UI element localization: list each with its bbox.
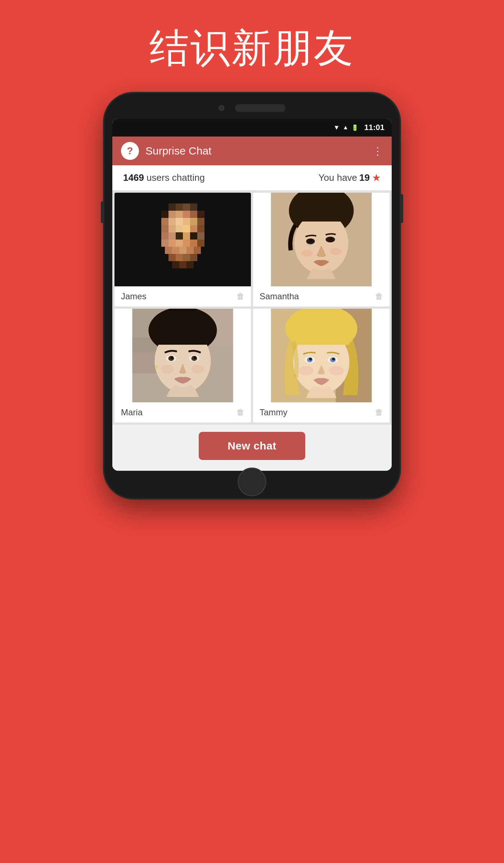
- svg-rect-45: [179, 261, 186, 268]
- svg-rect-28: [197, 232, 204, 240]
- chat-photo-james: [114, 193, 251, 286]
- svg-point-72: [192, 365, 204, 374]
- svg-point-73: [155, 365, 159, 369]
- maria-avatar: [114, 309, 251, 402]
- svg-rect-13: [176, 218, 183, 225]
- chat-name-tammy: Tammy: [260, 407, 287, 417]
- svg-rect-37: [179, 247, 186, 254]
- status-icons: ▼ ▲ 🔋: [333, 124, 359, 131]
- svg-point-85: [329, 366, 344, 375]
- svg-rect-24: [168, 232, 176, 240]
- delete-james-button[interactable]: 🗑: [237, 292, 244, 301]
- chat-name-james: James: [121, 291, 147, 301]
- svg-rect-7: [176, 211, 183, 218]
- pixelated-avatar: [114, 193, 251, 286]
- overflow-menu-button[interactable]: ⋮: [373, 145, 383, 157]
- svg-point-82: [309, 358, 312, 361]
- bottom-bar: New chat: [112, 425, 392, 471]
- app-icon: ?: [121, 142, 139, 160]
- app-title: Surprise Chat: [145, 145, 366, 157]
- delete-samantha-button[interactable]: 🗑: [375, 292, 383, 301]
- svg-rect-26: [183, 232, 190, 240]
- svg-rect-8: [183, 211, 190, 218]
- users-label: users chatting: [144, 172, 205, 183]
- svg-rect-14: [183, 218, 190, 225]
- users-number: 1469: [123, 172, 144, 183]
- chat-card-samantha[interactable]: Samantha 🗑: [253, 193, 390, 307]
- phone-top-bezel: [112, 104, 392, 112]
- svg-rect-17: [161, 225, 168, 232]
- svg-rect-38: [186, 247, 194, 254]
- side-button-right: [400, 194, 403, 223]
- chat-photo-samantha: [253, 193, 390, 286]
- chat-card-tammy[interactable]: Tammy 🗑: [253, 309, 390, 422]
- delete-tammy-button[interactable]: 🗑: [375, 408, 383, 417]
- chat-card-james[interactable]: James 🗑: [114, 193, 251, 307]
- home-button[interactable]: [238, 468, 266, 496]
- side-button-left: [101, 201, 104, 223]
- svg-point-69: [171, 356, 174, 359]
- svg-point-83: [332, 358, 335, 361]
- chat-grid: James 🗑: [112, 191, 392, 425]
- status-time: 11:01: [364, 123, 384, 132]
- stars-prefix: You have: [319, 172, 357, 183]
- app-bar: ? Surprise Chat ⋮: [112, 137, 392, 165]
- wifi-icon: ▼: [333, 124, 340, 131]
- tammy-avatar: [253, 309, 390, 402]
- svg-point-57: [330, 248, 342, 255]
- chat-card-maria[interactable]: Maria 🗑: [114, 309, 251, 422]
- phone-shell: ▼ ▲ 🔋 11:01 ? Surprise Chat ⋮ 1469 users…: [104, 93, 400, 498]
- svg-point-84: [299, 366, 314, 375]
- users-chatting-count: 1469 users chatting: [123, 172, 205, 183]
- chat-name-row-tammy: Tammy 🗑: [253, 402, 390, 422]
- svg-rect-21: [190, 225, 197, 232]
- battery-icon: 🔋: [351, 124, 359, 131]
- svg-point-55: [330, 237, 333, 240]
- svg-rect-36: [172, 247, 179, 254]
- chat-name-samantha: Samantha: [260, 291, 299, 301]
- svg-rect-9: [190, 211, 197, 218]
- chat-name-maria: Maria: [121, 407, 143, 417]
- svg-rect-10: [197, 211, 204, 218]
- stars-number: 19: [359, 172, 370, 183]
- status-bar: ▼ ▲ 🔋 11:01: [112, 119, 392, 137]
- svg-rect-16: [197, 218, 204, 225]
- svg-rect-18: [168, 225, 176, 232]
- svg-point-71: [161, 365, 174, 374]
- svg-rect-25: [176, 232, 183, 240]
- svg-rect-33: [190, 240, 197, 247]
- delete-maria-button[interactable]: 🗑: [237, 408, 244, 417]
- svg-rect-31: [176, 240, 183, 247]
- svg-rect-5: [161, 211, 168, 218]
- new-chat-button[interactable]: New chat: [199, 432, 305, 460]
- svg-rect-46: [186, 261, 194, 268]
- svg-rect-12: [168, 218, 176, 225]
- samantha-avatar: [253, 193, 390, 286]
- svg-rect-20: [183, 225, 190, 232]
- svg-rect-3: [183, 204, 190, 211]
- svg-rect-22: [197, 225, 204, 232]
- svg-rect-43: [190, 254, 197, 261]
- front-camera: [219, 105, 224, 111]
- chat-name-row-maria: Maria 🗑: [114, 402, 251, 422]
- stars-count: You have 19★: [319, 172, 381, 184]
- phone-screen: ▼ ▲ 🔋 11:01 ? Surprise Chat ⋮ 1469 users…: [112, 119, 392, 471]
- svg-rect-41: [176, 254, 183, 261]
- svg-rect-42: [183, 254, 190, 261]
- svg-rect-23: [161, 232, 168, 240]
- svg-rect-30: [168, 240, 176, 247]
- svg-rect-19: [176, 225, 183, 232]
- page-title: 结识新朋友: [149, 22, 355, 75]
- svg-point-54: [310, 239, 313, 242]
- question-mark-icon: ?: [127, 145, 133, 157]
- svg-rect-40: [168, 254, 176, 261]
- svg-rect-39: [194, 247, 201, 254]
- svg-rect-11: [161, 218, 168, 225]
- svg-point-56: [301, 250, 313, 257]
- svg-rect-35: [165, 247, 172, 254]
- svg-rect-29: [161, 240, 168, 247]
- chat-name-row-james: James 🗑: [114, 286, 251, 307]
- svg-point-70: [194, 356, 197, 359]
- info-bar: 1469 users chatting You have 19★: [112, 165, 392, 191]
- chat-photo-tammy: [253, 309, 390, 402]
